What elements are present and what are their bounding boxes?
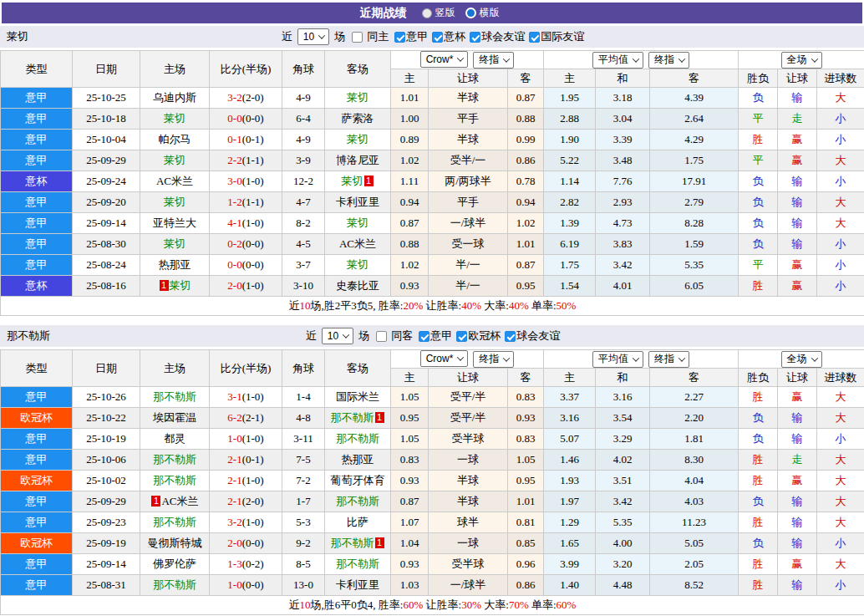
games-count-select[interactable]: 10: [322, 328, 353, 344]
match-row: 意甲25-10-18莱切0-0(0-0)6-4萨索洛1.00平手0.882.88…: [1, 109, 864, 130]
average-odds-group-header: 平均值终指: [544, 51, 739, 69]
away-cell: 那不勒斯1: [325, 533, 391, 554]
match-score: 1-3(0-2): [210, 554, 282, 575]
summary-part: 场,胜2平3负5, 胜率:: [311, 299, 404, 312]
away-team-name: 莱切: [347, 91, 368, 104]
corner-count: 6-4: [282, 109, 325, 130]
match-date: 25-09-14: [73, 213, 140, 234]
final-odds-select[interactable]: 终指: [473, 52, 514, 69]
home-cell: 那不勒斯: [140, 387, 210, 408]
halftime-score: (0-1): [242, 453, 264, 466]
halftime-score: (2-1): [242, 411, 264, 424]
radio-icon[interactable]: [422, 8, 432, 18]
result-handicap: 输: [778, 192, 817, 213]
scope-select[interactable]: 全场: [781, 351, 822, 368]
result-handicap: 赢: [778, 150, 817, 171]
avg-final-odds-select[interactable]: 终指: [648, 52, 689, 69]
summary-part: 50%: [557, 299, 577, 312]
same-venue-checkbox[interactable]: [352, 32, 363, 43]
halftime-score: (0-0): [242, 537, 264, 549]
same-venue-label: 同主: [367, 29, 389, 44]
average-select[interactable]: 平均值: [592, 351, 643, 368]
summary-part: 单率:: [529, 299, 557, 312]
away-cell: 莱切: [325, 213, 391, 234]
home-cell: 莱切: [140, 192, 210, 213]
team-section: 莱切近10场同主意甲意杯球会友谊国际友谊类型日期主场比分(半场)角球客场Crow…: [0, 26, 864, 316]
result-handicap: 输: [778, 408, 817, 429]
home-team-name: 乌迪内斯: [153, 91, 196, 104]
handicap-line: 受半球: [429, 554, 508, 575]
result-wdl: 负: [739, 234, 778, 255]
summary-part: 大率:: [481, 299, 509, 312]
avg-draw-odds: 3.04: [596, 109, 650, 130]
result-wdl: 胜: [739, 512, 778, 533]
competition-checkbox[interactable]: [470, 32, 480, 43]
match-date: 25-09-23: [73, 512, 140, 533]
handicap-odds-away: 0.95: [508, 276, 544, 297]
chevron-down-icon: [811, 354, 817, 361]
sub-column-header: 客: [508, 69, 544, 88]
handicap-odds-home: 0.95: [391, 408, 429, 429]
handicap-odds-home: 1.02: [391, 255, 429, 276]
chevron-down-icon: [633, 55, 639, 62]
team-section: 那不勒斯近10场同客意甲欧冠杯球会友谊类型日期主场比分(半场)角球客场Crow*…: [0, 325, 864, 615]
avg-away-odds: 8.28: [650, 213, 739, 234]
match-date: 25-08-16: [73, 276, 140, 297]
competition-checkbox[interactable]: [419, 331, 429, 342]
league-badge: 意甲: [1, 450, 73, 471]
summary-part: 60%: [403, 598, 423, 611]
competition-checkbox[interactable]: [505, 331, 516, 342]
avg-draw-odds: 7.76: [596, 171, 650, 192]
home-team-name: 那不勒斯: [153, 453, 196, 466]
handicap-odds-away: 1.01: [508, 491, 544, 512]
competition-checkbox[interactable]: [432, 32, 443, 43]
select-value: 全场: [787, 53, 807, 67]
games-count-select[interactable]: 10: [297, 28, 329, 45]
home-cell: 佛罗伦萨: [140, 554, 210, 575]
summary-part: 场,胜6平0负4, 胜率:: [311, 598, 404, 611]
league-badge: 意甲: [1, 234, 73, 255]
same-venue-checkbox[interactable]: [376, 331, 387, 342]
column-header: 日期: [73, 51, 140, 88]
home-team-name: 莱切: [164, 112, 186, 125]
bookmaker-select[interactable]: Crow*: [420, 51, 469, 68]
average-select[interactable]: 平均值: [592, 52, 643, 69]
match-score: 2-1(1-0): [210, 471, 282, 491]
fulltime-score: 6-2: [227, 411, 241, 424]
halftime-score: (2-0): [242, 495, 264, 507]
avg-draw-odds: 3.51: [596, 471, 650, 491]
final-odds-select[interactable]: 终指: [473, 351, 514, 368]
fulltime-score: 3-0: [227, 175, 241, 187]
select-value: 终指: [654, 352, 674, 366]
result-handicap: 输: [778, 533, 817, 554]
competition-checkbox[interactable]: [529, 32, 540, 43]
halftime-score: (0-0): [242, 258, 264, 271]
column-header: 客场: [325, 350, 391, 387]
avg-draw-odds: 2.93: [596, 192, 650, 213]
avg-home-odds: 2.82: [544, 192, 596, 213]
result-handicap: 输: [778, 491, 817, 512]
layout-radio-horizontal[interactable]: 横版: [465, 6, 500, 20]
avg-home-odds: 6.19: [544, 234, 596, 255]
radio-icon[interactable]: [465, 8, 476, 18]
competition-checkbox[interactable]: [394, 32, 405, 43]
handicap-line: 半/一: [429, 255, 508, 276]
chevron-down-icon: [343, 331, 349, 338]
scope-select[interactable]: 全场: [781, 52, 822, 69]
bookmaker-select[interactable]: Crow*: [420, 350, 469, 367]
competition-checkbox[interactable]: [456, 331, 467, 342]
away-team-name: 史泰比亚: [336, 279, 379, 292]
match-row: 意甲25-08-30莱切0-2(0-0)4-5AC米兰0.88受一球1.016.…: [1, 234, 864, 255]
away-team-name: 那不勒斯: [336, 432, 379, 445]
avg-final-odds-select[interactable]: 终指: [648, 351, 689, 368]
sub-column-header: 客: [650, 69, 739, 88]
match-row: 意甲25-10-19都灵1-0(1-0)3-11那不勒斯1.05受半球0.835…: [1, 429, 864, 450]
handicap-odds-away: 0.83: [508, 387, 544, 408]
competition-label: 意杯: [444, 29, 465, 44]
result-goals: 小: [817, 234, 864, 255]
layout-radio-vertical[interactable]: 竖版: [422, 6, 455, 20]
home-team-name: AC米兰: [161, 495, 198, 507]
result-handicap: 输: [778, 234, 817, 255]
summary-part: 近: [289, 299, 300, 312]
halftime-score: (1-0): [242, 432, 264, 445]
